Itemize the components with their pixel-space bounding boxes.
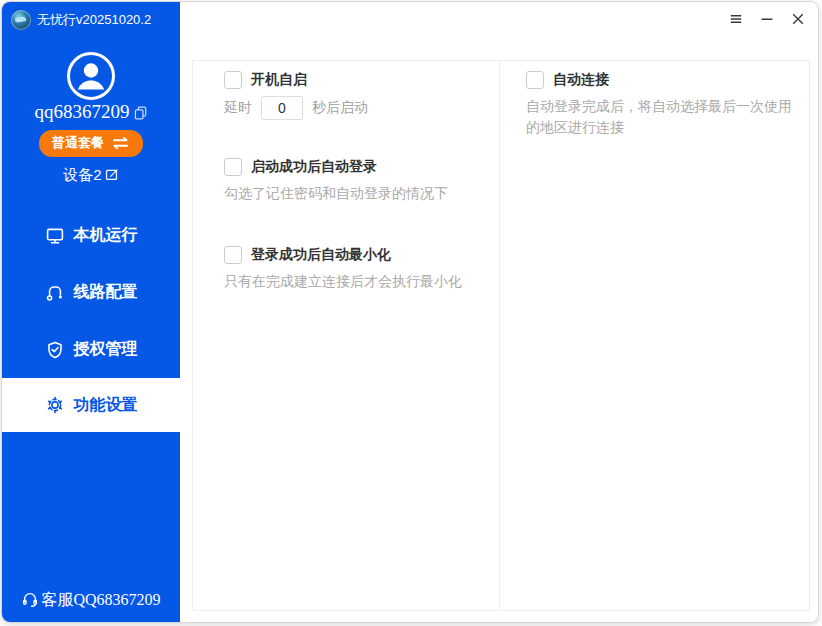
- setting-auto-start: 开机自启 延时 秒后启动: [224, 71, 481, 120]
- sidebar-item-label: 本机运行: [74, 225, 138, 246]
- copy-icon[interactable]: [133, 105, 148, 120]
- setting-description: 自动登录完成后，将自动选择最后一次使用的地区进行连接: [526, 96, 795, 138]
- delay-prefix: 延时: [224, 99, 252, 117]
- sidebar-item-local-run[interactable]: 本机运行: [2, 207, 180, 264]
- sidebar-item-label: 授权管理: [74, 339, 138, 360]
- delay-row: 延时 秒后启动: [224, 96, 481, 120]
- sidebar-item-route-config[interactable]: 线路配置: [2, 264, 180, 321]
- setting-label: 开机自启: [251, 71, 307, 89]
- device-label: 设备2: [63, 166, 101, 183]
- settings-panel: 开机自启 延时 秒后启动 启动成功后自动登录 勾选了记住密码和自动登录的情况下: [192, 60, 810, 611]
- app-window: 无忧行v20251020.2 qq68367209 普通套餐 设备2: [2, 2, 818, 622]
- setting-auto-login: 启动成功后自动登录 勾选了记住密码和自动登录的情况下: [224, 158, 481, 204]
- headset-icon: [21, 590, 39, 608]
- route-icon: [45, 283, 65, 303]
- support-contact[interactable]: 客服QQ68367209: [2, 590, 180, 611]
- settings-column-left: 开机自启 延时 秒后启动 启动成功后自动登录 勾选了记住密码和自动登录的情况下: [193, 61, 500, 610]
- account-name: qq68367209: [35, 101, 130, 122]
- sidebar-item-label: 功能设置: [74, 395, 138, 416]
- sidebar-item-authorization[interactable]: 授权管理: [2, 321, 180, 378]
- edit-icon[interactable]: [104, 167, 119, 182]
- swap-arrows-icon: [111, 137, 130, 149]
- setting-description: 勾选了记住密码和自动登录的情况下: [224, 183, 481, 204]
- plan-switch-button[interactable]: 普通套餐: [39, 130, 143, 157]
- setting-label: 启动成功后自动登录: [251, 158, 377, 176]
- avatar: [66, 51, 116, 105]
- app-logo-icon: [11, 10, 31, 30]
- plan-label: 普通套餐: [52, 134, 104, 152]
- sidebar-item-label: 线路配置: [74, 282, 138, 303]
- monitor-icon: [45, 226, 65, 246]
- setting-auto-minimize: 登录成功后自动最小化 只有在完成建立连接后才会执行最小化: [224, 246, 481, 292]
- window-controls: [727, 10, 807, 28]
- delay-suffix: 秒后启动: [312, 99, 368, 117]
- gear-icon: [45, 395, 65, 415]
- menu-button[interactable]: [727, 10, 745, 28]
- support-label: 客服QQ68367209: [41, 591, 160, 608]
- close-button[interactable]: [789, 10, 807, 28]
- minimize-icon: [759, 11, 775, 27]
- auto-login-checkbox[interactable]: [224, 158, 242, 176]
- auto-minimize-checkbox[interactable]: [224, 246, 242, 264]
- setting-description: 只有在完成建立连接后才会执行最小化: [224, 271, 481, 292]
- close-icon: [790, 11, 806, 27]
- user-avatar-icon: [66, 51, 116, 101]
- app-title: 无忧行v20251020.2: [37, 11, 151, 29]
- main-area: 开机自启 延时 秒后启动 启动成功后自动登录 勾选了记住密码和自动登录的情况下: [180, 2, 818, 622]
- minimize-button[interactable]: [758, 10, 776, 28]
- auto-connect-checkbox[interactable]: [526, 71, 544, 89]
- auto-start-checkbox[interactable]: [224, 71, 242, 89]
- sidebar: 无忧行v20251020.2 qq68367209 普通套餐 设备2: [2, 2, 180, 622]
- hamburger-menu-icon: [728, 11, 744, 27]
- setting-label: 登录成功后自动最小化: [251, 246, 391, 264]
- setting-auto-connect: 自动连接 自动登录完成后，将自动选择最后一次使用的地区进行连接: [526, 71, 795, 138]
- sidebar-item-settings[interactable]: 功能设置: [2, 378, 180, 432]
- setting-label: 自动连接: [553, 71, 609, 89]
- sidebar-nav: 本机运行 线路配置 授权管理: [2, 207, 180, 432]
- settings-column-right: 自动连接 自动登录完成后，将自动选择最后一次使用的地区进行连接: [501, 61, 809, 610]
- device-row: 设备2: [2, 166, 180, 185]
- app-title-bar: 无忧行v20251020.2: [11, 10, 151, 30]
- shield-check-icon: [45, 340, 65, 360]
- account-row: qq68367209: [2, 101, 180, 123]
- delay-seconds-input[interactable]: [261, 96, 303, 120]
